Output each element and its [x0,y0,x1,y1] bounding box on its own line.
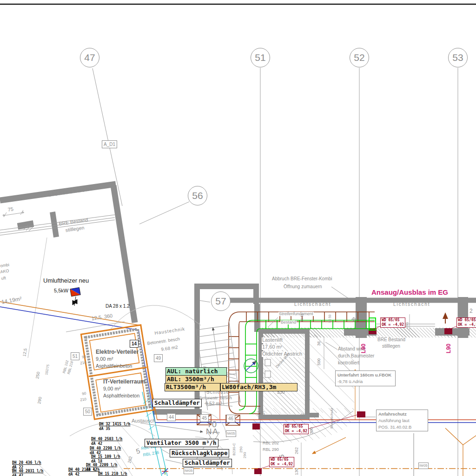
plan-linework [0,0,476,476]
cad-floor-plan: LichtschachtBRE Bestandstilllegen75ombiA… [0,0,476,476]
